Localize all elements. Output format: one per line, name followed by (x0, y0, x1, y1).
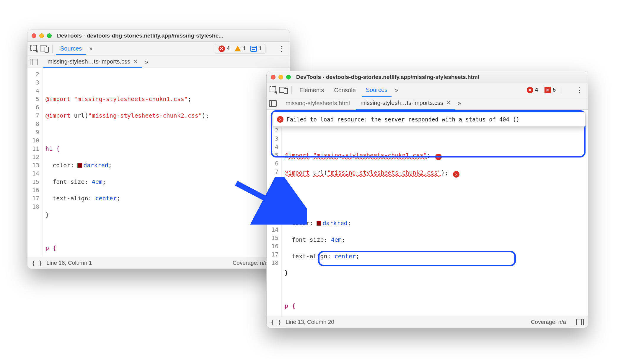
titlebar: DevTools - devtools-dbg-stories.netlify.… (27, 30, 290, 42)
sidebar-toggle-icon[interactable] (576, 319, 584, 325)
file-tab-imports-css[interactable]: missing-stylesh…ts-imports.css ✕ (43, 56, 142, 68)
inspect-icon[interactable] (270, 86, 277, 94)
navigator-toggle-icon[interactable] (30, 59, 38, 65)
code-editor[interactable]: ✕ Failed to load resource: the server re… (267, 110, 588, 316)
device-toggle-icon[interactable] (40, 46, 49, 52)
issues-counter[interactable]: ✕5 (542, 86, 558, 94)
tab-elements[interactable]: Elements (295, 84, 328, 96)
traffic-lights (271, 75, 291, 79)
issue-counters[interactable]: ✕4 1 1 (215, 44, 265, 54)
status-bar: { } Line 13, Column 20 Coverage: n/a (267, 316, 588, 328)
more-file-tabs-chevron[interactable]: » (456, 100, 462, 107)
issues-icon: ✕ (544, 87, 551, 93)
status-bar: { } Line 18, Column 1 Coverage: n/a (27, 257, 290, 269)
devtools-window-left: DevTools - devtools-dbg-stories.netlify.… (27, 30, 290, 269)
settings-gear-icon[interactable] (267, 45, 274, 52)
code-content: @import "missing-stylesheets-chukn1.css"… (282, 110, 462, 316)
info-icon (250, 46, 257, 52)
settings-gear-icon[interactable] (565, 87, 573, 94)
file-tab-imports-css[interactable]: missing-stylesh…ts-imports.css ✕ (356, 97, 455, 110)
code-editor[interactable]: 23456789101112131415161718 @import "miss… (27, 68, 290, 257)
navigator-toggle-icon[interactable] (269, 100, 277, 107)
inline-error-icon[interactable]: ✕ (453, 171, 459, 178)
close-window-button[interactable] (32, 33, 36, 38)
window-title: DevTools - devtools-dbg-stories.netlify.… (296, 74, 584, 80)
main-toolbar: Elements Console Sources » ✕4 ✕5 ⋮ (267, 83, 588, 97)
minimize-window-button[interactable] (39, 33, 44, 38)
device-toggle-icon[interactable] (279, 87, 288, 93)
minimize-window-button[interactable] (278, 75, 283, 79)
error-counter[interactable]: ✕4 (524, 86, 540, 94)
kebab-menu-icon[interactable]: ⋮ (574, 86, 585, 94)
coverage-status: Coverage: n/a (531, 319, 566, 325)
window-title: DevTools - devtools-dbg-stories.netlify.… (57, 33, 286, 39)
cursor-position: Line 18, Column 1 (46, 260, 92, 266)
warning-icon (234, 46, 241, 51)
tab-strip: missing-stylesh…ts-imports.css ✕ » (27, 56, 290, 68)
error-icon: ✕ (527, 87, 533, 93)
more-tabs-chevron[interactable]: » (393, 86, 399, 94)
titlebar: DevTools - devtools-dbg-stories.netlify.… (267, 71, 588, 83)
transition-arrow-icon (230, 177, 307, 225)
error-icon: ✕ (277, 116, 283, 123)
pretty-print-icon[interactable]: { } (32, 259, 42, 267)
inline-error-icon[interactable]: ✕ (435, 154, 442, 160)
main-toolbar: Sources » ✕4 1 1 ⋮ (27, 42, 290, 56)
devtools-window-right: DevTools - devtools-dbg-stories.netlify.… (266, 71, 588, 328)
color-swatch-darkred (317, 221, 321, 226)
close-window-button[interactable] (271, 75, 275, 79)
traffic-lights (32, 33, 52, 38)
kebab-menu-icon[interactable]: ⋮ (276, 45, 287, 53)
cursor-position: Line 13, Column 20 (286, 319, 334, 325)
file-tab-html[interactable]: missing-stylesheets.html (281, 98, 355, 109)
tab-sources[interactable]: Sources (362, 84, 392, 97)
coverage-status: Coverage: n/a (233, 260, 268, 266)
maximize-window-button[interactable] (286, 75, 291, 79)
code-content: @import "missing-stylesheets-chukn1.css"… (43, 68, 212, 257)
inspect-icon[interactable] (30, 45, 38, 53)
color-swatch-darkred (77, 163, 82, 168)
line-gutter: 23456789101112131415161718 (27, 68, 43, 257)
maximize-window-button[interactable] (47, 33, 52, 38)
svg-line-0 (236, 183, 292, 213)
close-tab-icon[interactable]: ✕ (446, 100, 451, 106)
more-file-tabs-chevron[interactable]: » (144, 58, 149, 66)
error-tooltip: ✕ Failed to load resource: the server re… (273, 112, 586, 127)
error-icon: ✕ (219, 46, 225, 52)
pretty-print-icon[interactable]: { } (271, 319, 281, 326)
tab-console[interactable]: Console (330, 84, 360, 96)
more-tabs-chevron[interactable]: » (88, 45, 94, 53)
close-tab-icon[interactable]: ✕ (133, 58, 138, 65)
tab-strip: missing-stylesheets.html missing-stylesh… (267, 97, 588, 110)
tab-sources[interactable]: Sources (56, 42, 86, 55)
